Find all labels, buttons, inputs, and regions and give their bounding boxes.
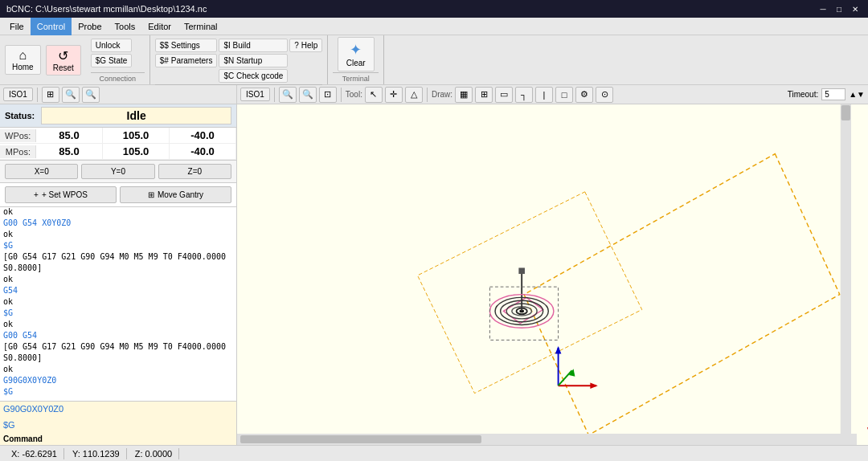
draw-btn-5[interactable]: | bbox=[535, 87, 553, 103]
home-button[interactable]: ⌂ Home bbox=[5, 45, 41, 75]
y-coord-label: Y: bbox=[72, 449, 80, 459]
set-wpos-button[interactable]: + + Set WPOS bbox=[5, 186, 117, 203]
check-gcode-button[interactable]: $C Check gcode bbox=[219, 69, 288, 83]
tool-btn-2[interactable]: ✛ bbox=[385, 87, 403, 103]
wpos-label: WPos: bbox=[0, 129, 36, 142]
zoom-out-button[interactable]: 🔍 bbox=[82, 87, 100, 103]
move-gantry-label: Move Gantry bbox=[158, 190, 203, 199]
x-coord-value: -62.6291 bbox=[22, 449, 56, 459]
timeout-input[interactable] bbox=[821, 88, 845, 100]
maximize-button[interactable]: □ bbox=[833, 2, 845, 15]
zoom-in-button[interactable]: 🔍 bbox=[62, 87, 80, 103]
settings-button[interactable]: $$ Settings bbox=[155, 39, 218, 52]
clear-button[interactable]: ✦ Clear bbox=[338, 37, 375, 71]
connection-label: Connection bbox=[91, 72, 145, 83]
y-zero-button[interactable]: Y=0 bbox=[81, 164, 154, 179]
draw-btn-3[interactable]: ▭ bbox=[495, 87, 513, 103]
sep1 bbox=[274, 88, 275, 102]
check-gcode-label: $C Check gcode bbox=[223, 71, 283, 80]
clear-label: Clear bbox=[346, 59, 366, 67]
console-line: ok bbox=[3, 274, 233, 285]
draw-btn-2[interactable]: ⊞ bbox=[475, 87, 493, 103]
home-icon: ⌂ bbox=[19, 48, 27, 63]
draw-btn-4[interactable]: ┐ bbox=[515, 87, 533, 103]
y-coord-display: Y: 110.1239 bbox=[66, 448, 127, 459]
tool-label: Tool: bbox=[346, 90, 362, 99]
reset-button[interactable]: ↺ Reset bbox=[46, 45, 81, 75]
clear-icon: ✦ bbox=[350, 41, 362, 59]
draw-btn-8[interactable]: ⊙ bbox=[596, 87, 613, 103]
console-line: G54 bbox=[3, 285, 233, 296]
zoom-button-2[interactable]: 🔍 bbox=[299, 87, 317, 103]
status-bar: Status: Idle bbox=[0, 104, 236, 128]
help-button[interactable]: ? Help bbox=[289, 39, 322, 52]
menubar: File Control Probe Tools Editor Terminal bbox=[0, 18, 868, 35]
y-coord-value: 110.1239 bbox=[83, 449, 120, 459]
command-input-row: Command bbox=[3, 434, 233, 443]
zoom-button-1[interactable]: 🔍 bbox=[279, 87, 297, 103]
view-toolbar: ISO1 ⊞ 🔍 🔍 bbox=[0, 85, 236, 104]
coordinates-display: WPos: 85.0 105.0 -40.0 MPos: 85.0 105.0 … bbox=[0, 128, 236, 161]
svg-rect-22 bbox=[841, 104, 851, 445]
build-label: $I Build bbox=[223, 41, 250, 50]
bottom-statusbar: X: -62.6291 Y: 110.1239 Z: 0.0000 bbox=[0, 445, 868, 461]
unlock-button[interactable]: Unlock bbox=[91, 39, 132, 52]
menu-tools[interactable]: Tools bbox=[108, 18, 142, 35]
menu-file[interactable]: File bbox=[3, 18, 31, 35]
timeout-label: Timeout: bbox=[788, 90, 819, 99]
timeout-spinner[interactable]: ▲▼ bbox=[849, 90, 865, 99]
tool-btn-3[interactable]: △ bbox=[405, 87, 423, 103]
state-button[interactable]: $G State bbox=[91, 54, 132, 67]
x-zero-button[interactable]: X=0 bbox=[5, 164, 78, 179]
move-gantry-button[interactable]: ⊞ Move Gantry bbox=[120, 186, 231, 203]
close-button[interactable]: ✕ bbox=[849, 2, 862, 15]
help-label: ? Help bbox=[294, 41, 317, 50]
z-zero-button[interactable]: Z=0 bbox=[158, 164, 231, 179]
sep3 bbox=[427, 88, 428, 102]
left-panel: ISO1 ⊞ 🔍 🔍 Status: Idle WPos: 85.0 105.0… bbox=[0, 85, 237, 445]
menu-control[interactable]: Control bbox=[31, 18, 72, 35]
console-line: $G bbox=[3, 386, 233, 398]
axis-buttons: X=0 Y=0 Z=0 bbox=[0, 161, 236, 183]
console-line: ok bbox=[3, 296, 233, 308]
position-display: X: -62.6291 Y: 110.1239 Z: 0.0000 bbox=[5, 448, 179, 459]
home-label: Home bbox=[12, 63, 34, 71]
status-label: Status: bbox=[5, 111, 35, 120]
x-coord-display: X: -62.6291 bbox=[5, 448, 64, 459]
connection-section: Unlock $G State Connection bbox=[86, 35, 150, 84]
z-coord-display: Z: 0.0000 bbox=[129, 448, 180, 459]
svg-rect-23 bbox=[841, 105, 850, 120]
mpos-y: 105.0 bbox=[103, 144, 170, 159]
command-input[interactable] bbox=[46, 434, 233, 443]
unlock-label: Unlock bbox=[96, 41, 121, 50]
zoom-button-3[interactable]: ⊡ bbox=[319, 87, 337, 103]
separator-1 bbox=[37, 88, 38, 102]
console-line: [G0 G54 G17 G21 G90 G94 M0 M5 M9 T0 F400… bbox=[3, 251, 233, 274]
build-button[interactable]: $I Build bbox=[219, 39, 288, 52]
draw-btn-1[interactable]: ▦ bbox=[455, 87, 473, 103]
wpos-z: -40.0 bbox=[170, 128, 236, 143]
zoom-fit-button[interactable]: ⊞ bbox=[42, 87, 59, 103]
home-reset-section: ⌂ Home bbox=[0, 35, 46, 84]
cnc-view bbox=[237, 104, 868, 445]
menu-terminal[interactable]: Terminal bbox=[178, 18, 224, 35]
draw-btn-7[interactable]: ⚙ bbox=[575, 87, 593, 103]
wpos-y: 105.0 bbox=[103, 128, 170, 143]
timeout-area: Timeout: ▲▼ bbox=[788, 88, 865, 100]
mpos-row: MPos: 85.0 105.0 -40.0 bbox=[0, 144, 236, 160]
draw-btn-6[interactable]: □ bbox=[555, 87, 573, 103]
minimize-button[interactable]: ─ bbox=[817, 2, 829, 15]
tool-btn-1[interactable]: ↖ bbox=[365, 87, 383, 103]
wpos-row: WPos: 85.0 105.0 -40.0 bbox=[0, 128, 236, 144]
startup-button[interactable]: $N Startup bbox=[219, 54, 288, 67]
toolbar: ⌂ Home ↺ Reset Unlock $G State Connectio… bbox=[0, 35, 868, 85]
iso-button[interactable]: ISO1 bbox=[3, 88, 33, 101]
sep2 bbox=[341, 88, 342, 102]
menu-probe[interactable]: Probe bbox=[72, 18, 108, 35]
iso1-button[interactable]: ISO1 bbox=[240, 88, 270, 101]
settings-label: $$ Settings bbox=[160, 41, 200, 50]
reset-label: Reset bbox=[53, 63, 74, 72]
menu-editor[interactable]: Editor bbox=[141, 18, 178, 35]
parameters-button[interactable]: $# Parameters bbox=[155, 54, 218, 67]
svg-rect-0 bbox=[254, 104, 851, 445]
